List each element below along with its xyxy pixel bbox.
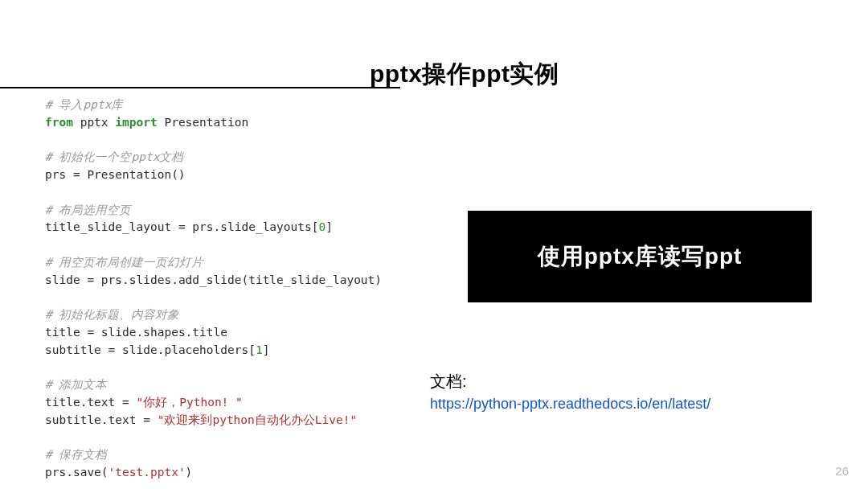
code-comment: # 导入pptx库 (45, 98, 123, 111)
callout-box: 使用pptx库读写ppt (468, 211, 812, 302)
code-comment: # 布局选用空页 (45, 203, 131, 216)
code-text: title_slide_layout (45, 220, 178, 233)
code-op: = (178, 220, 186, 233)
code-op: = (108, 343, 116, 356)
code-text: subtitle.text (45, 413, 143, 426)
code-string: "你好，Python! " (137, 396, 243, 409)
code-text (150, 413, 158, 426)
code-comment: # 保存文档 (45, 448, 107, 461)
code-text: prs.slide_layouts[ (186, 220, 319, 233)
horizontal-rule (0, 87, 400, 88)
code-number: 1 (256, 343, 263, 356)
code-keyword: from (45, 116, 73, 129)
code-text: ) (186, 466, 193, 479)
code-text: title (45, 326, 87, 339)
code-text: title.text (45, 396, 122, 409)
code-op: = (143, 413, 150, 426)
page-title: pptx操作ppt实例 (370, 58, 559, 91)
code-text: pptx (73, 116, 115, 129)
code-comment: # 用空页布局创建一页幻灯片 (45, 256, 203, 269)
code-text: slide.shapes.title (94, 326, 227, 339)
code-text (129, 396, 137, 409)
code-block: # 导入pptx库 from pptx import Presentation … (45, 97, 382, 482)
callout-text: 使用pptx库读写ppt (538, 241, 743, 272)
code-op: = (122, 396, 129, 409)
code-comment: # 初始化标题、内容对象 (45, 308, 179, 321)
code-text: slide (45, 273, 87, 286)
code-text: prs (45, 168, 73, 181)
doc-link[interactable]: https://python-pptx.readthedocs.io/en/la… (430, 396, 710, 413)
code-string: "欢迎来到python自动化办公Live!" (158, 413, 358, 426)
code-text: prs.slides.add_slide(title_slide_layout) (94, 273, 382, 286)
code-op: = (87, 273, 94, 286)
code-text: prs.save( (45, 466, 108, 479)
code-comment: # 添加文本 (45, 378, 107, 391)
code-text: Presentation() (80, 168, 186, 181)
code-text: ] (326, 220, 333, 233)
code-op: = (73, 168, 80, 181)
doc-label: 文档: (430, 371, 467, 392)
code-keyword: import (115, 116, 157, 129)
code-text: slide.placeholders[ (115, 343, 256, 356)
code-text: Presentation (158, 116, 249, 129)
code-string: 'test.pptx' (108, 466, 186, 479)
code-comment: # 初始化一个空pptx文档 (45, 150, 183, 163)
code-text: subtitle (45, 343, 108, 356)
page-number: 26 (835, 464, 849, 478)
code-op: = (87, 326, 94, 339)
code-text: ] (263, 343, 270, 356)
code-number: 0 (318, 220, 326, 233)
